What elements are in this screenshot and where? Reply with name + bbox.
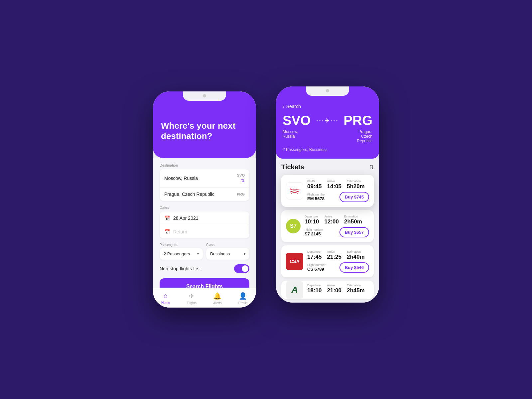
emirates-logo: Emirates bbox=[286, 182, 303, 200]
calendar-icon-departure: 📅 bbox=[164, 215, 170, 221]
csa-departure-time: 17:45 bbox=[307, 254, 322, 260]
back-nav[interactable]: ‹ Search bbox=[283, 104, 372, 109]
s7-arrive-time: 12:00 bbox=[324, 218, 338, 225]
phones-container: Where's your next destination? Destinati… bbox=[153, 91, 379, 308]
dest-city-name: Prague, Czech Republic bbox=[357, 129, 372, 143]
class-select[interactable]: Bussiness ▾ bbox=[206, 248, 249, 260]
passengers-select[interactable]: 2 Passengers ▾ bbox=[160, 248, 203, 260]
ticket-s7[interactable]: S7 Departure 10:10 Arrive 12:00 bbox=[281, 210, 374, 242]
estimation-block: Estimation 5h20m bbox=[347, 180, 365, 190]
departure-date-row[interactable]: 📅 28 Apr 2021 bbox=[160, 211, 249, 225]
route-dots: ✈ bbox=[311, 117, 343, 124]
destination-box: Moscow, Russia SVO ⇅ Prague, Czech Repub… bbox=[160, 169, 249, 201]
left-phone-screen: Where's your next destination? Destinati… bbox=[153, 91, 256, 308]
tickets-header: Tickets ⇅ bbox=[281, 163, 374, 171]
class-section: Class Bussiness ▾ bbox=[206, 243, 249, 260]
departure-date: 28 Apr 2021 bbox=[173, 215, 199, 221]
class-label: Class bbox=[206, 243, 249, 247]
alerts-icon: 🔔 bbox=[213, 292, 221, 300]
passengers-info: 2 Passengers, Bussiness bbox=[283, 147, 372, 152]
csa-times: Departure 17:45 Arrive 21:25 Estimation … bbox=[307, 250, 369, 260]
alitalia-estimation-block: Estimation 2h45m bbox=[347, 284, 365, 294]
dest-code: PRG bbox=[237, 192, 245, 196]
ticket-emirates[interactable]: Emirates 09:45 09:45 bbox=[281, 175, 374, 207]
csa-arrive-block: Arrive 21:25 bbox=[327, 250, 341, 260]
sort-icon[interactable]: ⇅ bbox=[369, 164, 374, 170]
departure-block: 09:45 09:45 bbox=[307, 180, 322, 190]
csa-text: CSA bbox=[290, 259, 300, 264]
dest-airport-code: PRG bbox=[343, 113, 372, 128]
return-placeholder: Return bbox=[173, 229, 187, 234]
left-header: Where's your next destination? bbox=[153, 91, 256, 158]
calendar-icon-return: 📅 bbox=[164, 229, 170, 234]
dest-row[interactable]: Prague, Czech Republic PRG bbox=[160, 188, 249, 201]
alitalia-arrive-block: Arrive 21:00 bbox=[327, 284, 341, 294]
origin-city: Moscow, Russia bbox=[164, 176, 198, 181]
s7-text: S7 bbox=[290, 223, 297, 229]
nav-flights-label: Flights bbox=[187, 301, 197, 305]
s7-estimation-block: Estimation 2h50m bbox=[344, 215, 362, 225]
csa-estimation: 2h40m bbox=[347, 254, 365, 260]
return-date-row[interactable]: 📅 Return bbox=[160, 225, 249, 238]
right-phone: ‹ Search SVO ✈ PRG Moscow, bbox=[276, 86, 379, 303]
buy-emirates-button[interactable]: Buy $745 bbox=[339, 192, 369, 202]
departure-label: 09:45 bbox=[307, 180, 322, 183]
s7-times: Departure 10:10 Arrive 12:00 Estimation … bbox=[305, 215, 369, 225]
profile-icon: 👤 bbox=[239, 292, 247, 300]
flight-num-value: EM 5678 bbox=[307, 196, 326, 201]
notch-left bbox=[183, 91, 226, 101]
emirates-svg: Emirates bbox=[287, 183, 303, 199]
buy-s7-button[interactable]: Buy $657 bbox=[339, 227, 369, 237]
arrive-time: 14:05 bbox=[327, 183, 341, 190]
emirates-bottom: Flight number EM 5678 Buy $745 bbox=[307, 192, 369, 202]
origin-code: SVO bbox=[237, 173, 245, 177]
dates-label: Dates bbox=[160, 205, 249, 209]
origin-airport-code: SVO bbox=[283, 113, 311, 128]
nav-alerts-label: Alerts bbox=[213, 301, 222, 305]
nav-profile-label: Profile bbox=[238, 301, 248, 305]
s7-departure-block: Departure 10:10 bbox=[305, 215, 319, 225]
passengers-section: Passengers 2 Passengers ▾ bbox=[160, 243, 203, 260]
class-chevron: ▾ bbox=[244, 252, 245, 256]
csa-logo: CSA bbox=[286, 253, 303, 270]
s7-ticket-info: Departure 10:10 Arrive 12:00 Estimation … bbox=[305, 215, 369, 237]
nav-home[interactable]: ⌂ Home bbox=[161, 292, 170, 305]
ticket-csa[interactable]: CSA Departure 17:45 Arrive 21:25 bbox=[281, 245, 374, 277]
ticket-alitalia[interactable]: A Departure 18:10 Arrive 21:00 bbox=[281, 281, 374, 299]
back-label: Search bbox=[286, 104, 301, 109]
alitalia-logo: A bbox=[286, 281, 303, 299]
plane-icon: ✈ bbox=[325, 117, 330, 124]
estimation-time: 5h20m bbox=[347, 183, 365, 190]
origin-city-name: Moscow, Russia bbox=[283, 129, 298, 143]
nav-alerts[interactable]: 🔔 Alerts bbox=[213, 292, 222, 305]
alitalia-departure-block: Departure 18:10 bbox=[307, 284, 322, 294]
svg-text:Emirates: Emirates bbox=[290, 188, 300, 191]
alitalia-arrive-time: 21:00 bbox=[327, 287, 341, 294]
flight-number-block: Flight number EM 5678 bbox=[307, 193, 326, 201]
buy-csa-button[interactable]: Buy $546 bbox=[339, 262, 369, 273]
left-body: Destination Moscow, Russia SVO ⇅ Prague,… bbox=[153, 158, 256, 308]
left-phone: Where's your next destination? Destinati… bbox=[153, 91, 256, 308]
nav-flights[interactable]: ✈ Flights bbox=[187, 292, 197, 305]
swap-icon[interactable]: ⇅ bbox=[241, 178, 245, 183]
csa-departure-block: Departure 17:45 bbox=[307, 250, 322, 260]
alitalia-times: Departure 18:10 Arrive 21:00 Estimation … bbox=[307, 284, 369, 294]
s7-departure-time: 10:10 bbox=[305, 218, 319, 225]
passengers-class-row: Passengers 2 Passengers ▾ Class Bussines… bbox=[160, 243, 249, 260]
header-title: Where's your next destination? bbox=[161, 121, 248, 141]
flights-icon: ✈ bbox=[189, 292, 195, 300]
departure-time: 09:45 bbox=[307, 183, 322, 190]
alitalia-ticket-info: Departure 18:10 Arrive 21:00 Estimation … bbox=[307, 284, 369, 296]
nav-profile[interactable]: 👤 Profile bbox=[238, 292, 248, 305]
right-header: ‹ Search SVO ✈ PRG Moscow, bbox=[276, 86, 379, 159]
s7-logo: S7 bbox=[286, 219, 301, 233]
estimation-label: Estimation bbox=[347, 180, 365, 183]
csa-ticket-info: Departure 17:45 Arrive 21:25 Estimation … bbox=[307, 250, 369, 273]
nonstop-toggle[interactable] bbox=[234, 264, 249, 273]
passengers-chevron: ▾ bbox=[197, 252, 199, 256]
s7-bottom: Flight number S7 2145 Buy $657 bbox=[305, 227, 369, 237]
origin-row[interactable]: Moscow, Russia SVO ⇅ bbox=[160, 169, 249, 188]
arrive-label: Arrive bbox=[327, 180, 341, 183]
csa-flight-num-block: Flight number CS 6789 bbox=[307, 263, 326, 272]
alitalia-a-icon: A bbox=[291, 285, 298, 295]
